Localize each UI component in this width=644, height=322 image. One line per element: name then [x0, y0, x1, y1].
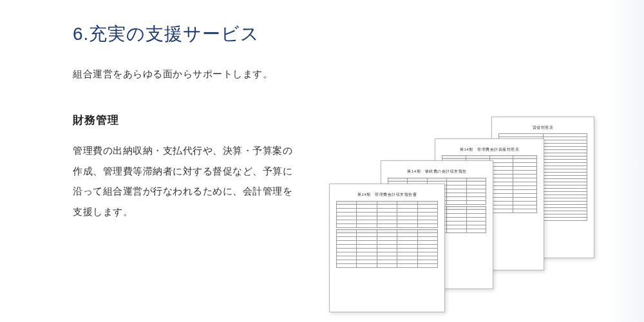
- subsection-body: 管理費の出納収納・支払代行や、決算・予算案の作成、管理費等滞納者に対する督促など…: [73, 140, 298, 222]
- text-column: 財務管理 管理費の出納収納・支払代行や、決算・予算案の作成、管理費等滞納者に対す…: [73, 113, 298, 222]
- content-container: 6.充実の支援サービス 組合運営をあらゆる面からサポートします。 財務管理 管理…: [0, 0, 644, 294]
- doc1-table: [336, 201, 438, 268]
- content-row: 財務管理 管理費の出納収納・支払代行や、決算・予算案の作成、管理費等滞納者に対す…: [73, 113, 644, 294]
- doc1-title: 第14期 管理費会計収支報告書: [336, 192, 438, 198]
- section-title: 6.充実の支援サービス: [73, 22, 644, 46]
- doc3-title: 第14期 管理費会計資産対照表: [442, 147, 537, 153]
- doc2-title: 第14期 修繕費の会計収支報告: [388, 169, 486, 175]
- document-stack: 貸借対照表 第14期 管理費会計資産対照表: [324, 101, 601, 294]
- section-lead: 組合運営をあらゆる面からサポートします。: [73, 68, 644, 80]
- doc4-title: 貸借対照表: [498, 125, 587, 131]
- document-page-1: 第14期 管理費会計収支報告書: [329, 184, 445, 312]
- subsection-title: 財務管理: [73, 113, 298, 128]
